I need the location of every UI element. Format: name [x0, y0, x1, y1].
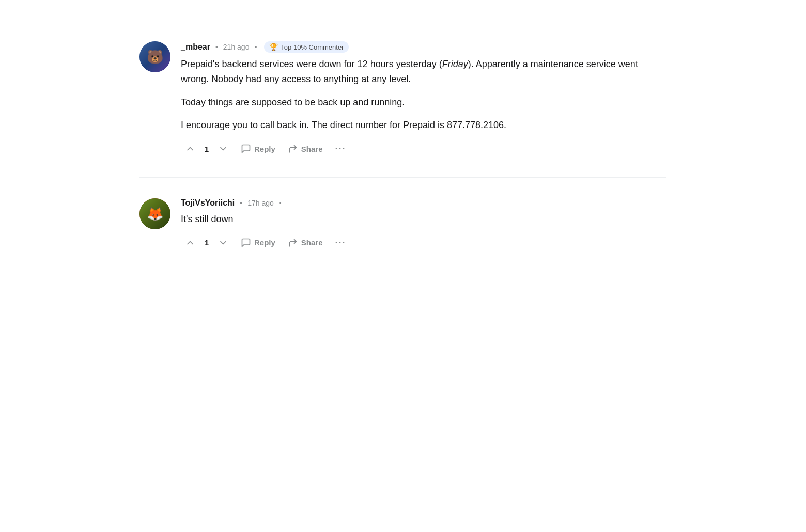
- avatar: 🦊: [140, 198, 171, 229]
- comment-item: 🦊 TojiVsYoriichi • 17h ago • It's still …: [140, 198, 667, 271]
- comment-paragraph-1: It's still down: [181, 212, 667, 227]
- badge-label: Top 10% Commenter: [281, 43, 344, 51]
- username: TojiVsYoriichi: [181, 198, 235, 208]
- share-label: Share: [301, 238, 323, 247]
- bullet-separator: •: [240, 199, 242, 207]
- share-label: Share: [301, 145, 323, 153]
- comment-actions: 1 Reply: [181, 141, 667, 157]
- comment-header: TojiVsYoriichi • 17h ago •: [181, 198, 667, 208]
- vote-count: 1: [203, 145, 211, 153]
- avatar: 🐻: [140, 41, 171, 72]
- reply-icon: [241, 238, 251, 248]
- upvote-button[interactable]: [181, 141, 199, 157]
- top-commenter-badge: 🏆 Top 10% Commenter: [264, 41, 349, 53]
- page-divider: [140, 292, 667, 292]
- downvote-button[interactable]: [214, 141, 233, 157]
- comment-body: _mbear • 21h ago • 🏆 Top 10% Commenter P…: [181, 41, 667, 157]
- reply-icon: [241, 144, 251, 154]
- comment-actions: 1 Reply: [181, 235, 667, 251]
- share-button[interactable]: Share: [284, 141, 327, 157]
- share-icon: [288, 144, 298, 154]
- downvote-icon: [218, 144, 228, 154]
- downvote-icon: [218, 238, 228, 248]
- reply-button[interactable]: Reply: [237, 141, 280, 157]
- more-options-button[interactable]: ···: [331, 236, 350, 250]
- bullet-separator-2: •: [279, 199, 282, 207]
- comment-header: _mbear • 21h ago • 🏆 Top 10% Commenter: [181, 41, 667, 53]
- comment-text: Prepaid's backend services were down for…: [181, 57, 667, 133]
- vote-group: 1: [181, 235, 233, 251]
- avatar-image: 🐻: [140, 41, 171, 72]
- bullet-separator: •: [215, 43, 218, 51]
- reply-label: Reply: [254, 238, 275, 247]
- vote-count: 1: [203, 238, 211, 247]
- timestamp: 21h ago: [223, 43, 250, 51]
- upvote-button[interactable]: [181, 235, 199, 251]
- upvote-icon: [185, 238, 195, 248]
- comment-text: It's still down: [181, 212, 667, 227]
- bullet-separator-2: •: [254, 43, 257, 51]
- vote-group: 1: [181, 141, 233, 157]
- more-options-button[interactable]: ···: [331, 142, 350, 156]
- reply-button[interactable]: Reply: [237, 235, 280, 251]
- downvote-button[interactable]: [214, 235, 233, 251]
- badge-icon: 🏆: [269, 43, 278, 51]
- comment-paragraph-2: Today things are supposed to be back up …: [181, 95, 667, 110]
- comment-paragraph-1: Prepaid's backend services were down for…: [181, 57, 667, 87]
- page-container: 🐻 _mbear • 21h ago • 🏆 Top 10% Commenter…: [119, 0, 687, 313]
- share-icon: [288, 238, 298, 248]
- timestamp: 17h ago: [247, 199, 274, 207]
- comment-paragraph-3: I encourage you to call back in. The dir…: [181, 118, 667, 133]
- comment-item: 🐻 _mbear • 21h ago • 🏆 Top 10% Commenter…: [140, 41, 667, 178]
- share-button[interactable]: Share: [284, 235, 327, 251]
- comment-body: TojiVsYoriichi • 17h ago • It's still do…: [181, 198, 667, 251]
- upvote-icon: [185, 144, 195, 154]
- username: _mbear: [181, 42, 210, 52]
- reply-label: Reply: [254, 145, 275, 153]
- avatar-image: 🦊: [140, 198, 171, 229]
